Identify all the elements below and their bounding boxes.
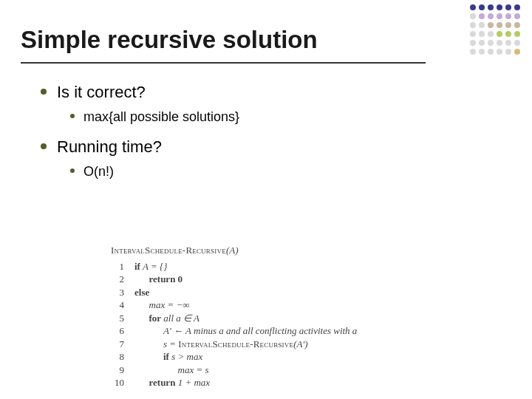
algo-line: 2 return 0: [111, 273, 357, 286]
bullet-icon: [41, 89, 47, 95]
algo-line: 7 s = IntervalSchedule-Recursive(A′): [111, 338, 357, 351]
line-number: 10: [111, 376, 134, 389]
line-number: 2: [111, 273, 134, 286]
bullet-runtime: Running time?: [41, 136, 484, 158]
line-number: 8: [111, 350, 134, 364]
algo-name-arg: (A): [226, 245, 239, 256]
bullet-correct: Is it correct?: [41, 81, 484, 103]
slide: Simple recursive solution Is it correct?…: [0, 0, 532, 399]
line-number: 5: [111, 312, 134, 325]
algorithm-block: IntervalSchedule-Recursive(A) 1 if A = {…: [111, 244, 357, 389]
line-body: A′ ← A minus a and all conflicting activ…: [134, 324, 357, 338]
algo-line: 3 else: [111, 286, 357, 299]
content: Is it correct? max{all possible solution…: [41, 81, 484, 191]
decorative-dot-grid: [470, 4, 522, 56]
bullet-icon: [70, 168, 75, 173]
line-body: return 1 + max: [134, 376, 357, 389]
line-number: 3: [111, 286, 134, 299]
line-number: 4: [111, 299, 134, 312]
line-number: 6: [111, 324, 134, 338]
algorithm-name: IntervalSchedule-Recursive(A): [111, 244, 357, 257]
bullet-label: Is it correct?: [57, 81, 146, 103]
bullet-runtime-sub: O(n!): [70, 163, 484, 180]
line-body: max = −∞: [134, 299, 357, 312]
algo-line: 8 if s > max: [111, 350, 357, 364]
line-number: 1: [111, 260, 134, 273]
bullet-label: Running time?: [57, 136, 162, 158]
line-number: 7: [111, 338, 134, 351]
algo-line: 6 A′ ← A minus a and all conflicting act…: [111, 324, 357, 338]
line-body: s = IntervalSchedule-Recursive(A′): [134, 338, 357, 351]
bullet-label: O(n!): [83, 163, 114, 180]
algo-line: 1 if A = {}: [111, 260, 357, 273]
line-body: if s > max: [134, 350, 357, 364]
line-number: 9: [111, 364, 134, 377]
bullet-correct-sub: max{all possible solutions}: [70, 108, 484, 126]
line-body: return 0: [134, 273, 357, 286]
algo-line: 5 for all a ∈ A: [111, 312, 357, 325]
line-body: for all a ∈ A: [134, 312, 357, 325]
algo-line: 4 max = −∞: [111, 299, 357, 312]
algo-line: 9 max = s: [111, 364, 357, 377]
bullet-icon: [70, 114, 75, 118]
slide-title: Simple recursive solution: [21, 26, 318, 54]
algo-name-sc: IntervalSchedule-Recursive: [111, 245, 226, 256]
algorithm-lines: 1 if A = {} 2 return 0 3 else 4 max = −∞…: [111, 260, 357, 389]
line-body: max = s: [134, 364, 357, 377]
bullet-label: max{all possible solutions}: [83, 108, 239, 126]
line-body: if A = {}: [134, 260, 357, 273]
bullet-icon: [41, 143, 47, 149]
algo-line: 10 return 1 + max: [111, 376, 357, 389]
title-underline: [21, 62, 426, 64]
line-body: else: [134, 286, 357, 299]
